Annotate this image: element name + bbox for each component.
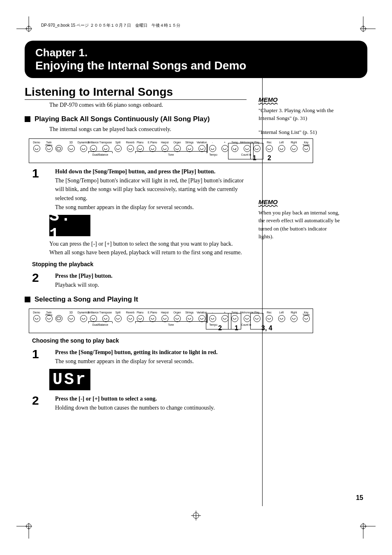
main-content: Listening to Internal Songs The DP-970 c… — [25, 85, 367, 412]
subheading-selecting: Selecting a Song and Playing It — [25, 295, 247, 304]
step-instruction: Press the [Song/Tempo] button, getting i… — [55, 348, 247, 357]
step-number: 2 — [25, 272, 55, 289]
intro-text: The DP-970 comes with 66 piano songs onb… — [49, 101, 247, 109]
step-number: 2 — [25, 394, 55, 412]
bullet-square-icon — [25, 116, 30, 122]
chapter-title-box: Chapter 1. Enjoying the Internal Songs a… — [25, 41, 367, 78]
crop-mark-bottom-center — [191, 511, 201, 522]
step-number: 1 — [25, 167, 55, 212]
step-number: 1 — [25, 348, 55, 366]
control-panel-diagram-2: Demo Twin Piano 3D Dynamics Brilliance T… — [29, 309, 313, 333]
step-text: When all songs have been played, playbac… — [49, 248, 247, 257]
subheading-text: Playing Back All Songs Continuously (All… — [35, 115, 210, 123]
mini-heading: Choosing the song to play back — [32, 337, 247, 344]
manual-page: DP-970_e.book 15 ページ ２００５年１０月７日 金曜日 午後４時… — [0, 0, 392, 555]
memo-text: "Chapter 3. Playing Along with the Inter… — [258, 106, 341, 122]
step-instruction: Press the [-] or [+] button to select a … — [55, 394, 247, 403]
file-header-line: DP-970_e.book 15 ページ ２００５年１０月７日 金曜日 午後４時… — [41, 23, 367, 28]
lcd-display-2: USr — [49, 369, 90, 390]
crop-mark-top-left — [16, 16, 33, 33]
chapter-title: Enjoying the Internal Songs and Demo — [35, 59, 357, 72]
memo-label: MEMO — [258, 198, 341, 207]
step-text: Holding down the button causes the numbe… — [55, 403, 247, 412]
memo-1: MEMO "Chapter 3. Playing Along with the … — [258, 95, 341, 136]
mini-heading: Stopping the playback — [32, 261, 247, 267]
subheading-text: Selecting a Song and Playing It — [35, 295, 138, 304]
right-column: MEMO "Chapter 3. Playing Along with the … — [251, 85, 341, 412]
memo-text: When you play back an internal song, the… — [258, 209, 341, 241]
page-number: 15 — [356, 494, 363, 502]
sub1-text: The internal songs can be played back co… — [49, 125, 247, 134]
section-heading: Listening to Internal Songs — [25, 85, 247, 100]
left-column: Listening to Internal Songs The DP-970 c… — [25, 85, 251, 412]
control-panel-diagram-1: Demo Twin Piano 3D Dynamics Brilliance T… — [29, 138, 313, 163]
step-text: The [Song/Tempo] button's indicator will… — [55, 176, 247, 203]
lcd-display-1: S. 1 — [49, 215, 90, 236]
crop-mark-bottom-right — [359, 522, 376, 539]
crop-mark-bottom-left — [16, 522, 33, 539]
chapter-number: Chapter 1. — [35, 46, 357, 59]
panel-mark-34: 3, 4 — [261, 325, 272, 332]
panel-mark-1: 1 — [235, 325, 238, 332]
panel-mark-2: 2 — [267, 154, 271, 162]
memo-label: MEMO — [258, 95, 341, 105]
memo-text: "Internal Song List" (p. 51) — [258, 128, 341, 136]
step-4: 2 Press the [-] or [+] button to select … — [25, 394, 247, 412]
panel-mark-1: 1 — [253, 154, 256, 162]
step-instruction: Hold down the [Song/Tempo] button, and p… — [55, 167, 247, 176]
step-2: 2 Press the [Play] button. Playback will… — [25, 272, 247, 289]
step-instruction: Press the [Play] button. — [55, 272, 247, 281]
arrow-up-icon: ↑ — [235, 147, 237, 152]
panel-mark-2: 2 — [218, 325, 222, 332]
memo-2: MEMO When you play back an internal song… — [258, 198, 341, 241]
step-text: Playback will stop. — [55, 281, 247, 290]
step-1: 1 Hold down the [Song/Tempo] button, and… — [25, 167, 247, 212]
bullet-square-icon — [25, 297, 30, 302]
subheading-allsongplay: Playing Back All Songs Continuously (All… — [25, 115, 247, 123]
step-3: 1 Press the [Song/Tempo] button, getting… — [25, 348, 247, 366]
step-text: You can press the [-] or [+] button to s… — [49, 240, 247, 248]
crop-mark-top-right — [359, 16, 376, 33]
step-text: The song number appears in the display f… — [55, 357, 247, 366]
